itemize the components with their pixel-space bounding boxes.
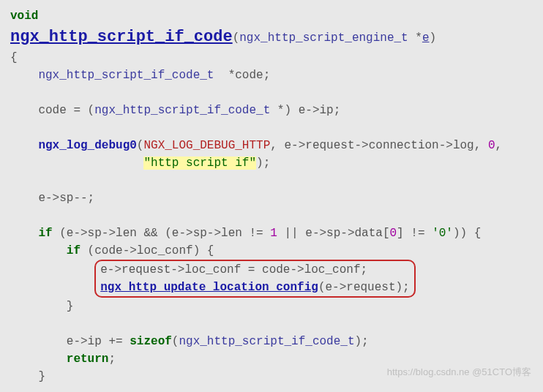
keyword-void: void [10,10,38,23]
num-one: 1 [270,227,277,240]
sp-dec: e->sp--; [10,192,94,205]
fn-decl-name: ngx_http_script_if_code [10,28,233,46]
highlight-box: e->request->loc_conf = code->loc_conf; n… [94,260,415,298]
cond-a: (e->sp->len && (e->sp->len != [53,227,271,240]
star: * [408,31,422,45]
brace-close-if: } [10,370,45,383]
paren-open: ( [233,31,240,45]
local-var: *code; [214,69,270,82]
sizeof-open: ( [172,335,179,348]
param-e: e [422,31,430,45]
brace-close-inner: } [10,300,73,313]
args-1: , e->request->connection->log, [270,139,488,152]
paren-close: ) [430,31,437,45]
brace-open: { [10,51,18,64]
return-semi: ; [108,353,116,366]
assign-loc-conf: e->request->loc_conf = code->loc_conf; [100,263,367,276]
sizeof-type: ngx_http_script_if_code_t [179,335,354,348]
fn-call-debug-1: ngx_log_debug0 [38,139,136,152]
cond-c: ] != [397,227,432,240]
assign-1b: *) e->ip; [270,104,340,117]
comma-1: , [495,139,503,152]
fn-call-update-config: ngx_http_update_location_config [100,281,318,294]
sizeof-close: ); [355,335,369,348]
keyword-if-2: if [67,244,80,257]
cond-loc-conf: (code->loc_conf) { [80,244,214,257]
local-type: ngx_http_script_if_code_t [38,69,214,82]
watermark: https://blog.csdn.ne @51CTO博客 [387,365,531,380]
string-1: "http script if" [143,157,256,170]
code-block: void ngx_http_script_if_code(ngx_http_sc… [0,0,543,392]
assign-1a: code = ( [10,104,94,117]
char-zero: '0' [432,227,453,240]
ip-add-a: e->ip += [10,335,130,348]
cast-type: ngx_http_script_if_code_t [94,104,270,117]
end-1: ); [256,157,270,170]
keyword-if-1: if [38,227,52,240]
keyword-return: return [67,353,109,366]
num-zero-idx: 0 [390,227,397,240]
param-type: ngx_http_script_engine_t [239,31,408,45]
p: ( [137,139,144,152]
call-args-2: (e->request); [318,281,410,294]
num-zero-1: 0 [488,139,495,152]
macro-debug-http-1: NGX_LOG_DEBUG_HTTP [143,139,270,152]
keyword-sizeof: sizeof [130,335,172,348]
cond-b: || e->sp->data[ [277,227,390,240]
cond-d: )) { [453,227,481,240]
